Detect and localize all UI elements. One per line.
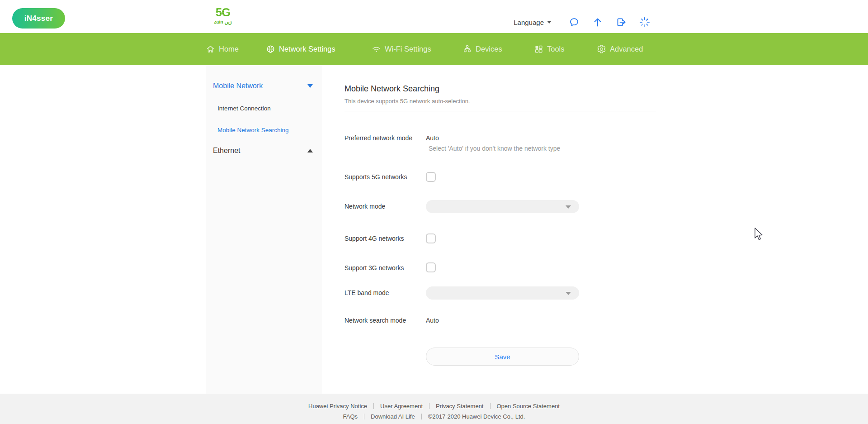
footer-link-huawei-privacy-notice[interactable]: Huawei Privacy Notice (308, 403, 367, 410)
footer-separator (429, 403, 429, 409)
wifi-icon (372, 44, 381, 54)
support-4g-checkbox[interactable] (426, 233, 436, 243)
sidebar-item-mobile-network-searching[interactable]: Mobile Network Searching (217, 127, 289, 133)
footer-link-faqs[interactable]: FAQs (343, 413, 358, 420)
footer-separator (490, 403, 491, 409)
chevron-up-icon (307, 149, 313, 152)
logout-icon[interactable] (616, 17, 627, 28)
logo-zain-text: zain زين (209, 19, 237, 24)
field-label-support-4g: Support 4G networks (344, 235, 404, 242)
support-3g-checkbox[interactable] (426, 262, 436, 272)
sidebar-section-mobile-network[interactable]: Mobile Network (213, 82, 313, 90)
device-name-badge[interactable]: iN4sser (12, 8, 65, 29)
footer-link-open-source-statement[interactable]: Open Source Statement (497, 403, 560, 410)
footer-links-row-2: FAQs Download AI Life ©2017-2020 Huawei … (0, 413, 868, 420)
chevron-down-icon (566, 205, 571, 209)
nav-item-label: Tools (547, 45, 565, 53)
language-dropdown[interactable]: Language (514, 19, 552, 26)
language-label: Language (514, 19, 544, 26)
footer-separator (421, 414, 422, 419)
field-label-network-search-mode: Network search mode (344, 317, 406, 324)
footer-separator (373, 403, 374, 409)
logo-5g-text: 5G (209, 6, 237, 18)
loading-icon[interactable] (639, 17, 650, 28)
field-label-preferred-network-mode: Preferred network mode (344, 134, 412, 142)
sidebar-item-internet-connection[interactable]: Internet Connection (217, 105, 271, 112)
home-icon (206, 44, 215, 54)
header-separator (559, 17, 559, 28)
page-subtitle: This device supports 5G network auto-sel… (344, 98, 470, 105)
nav-item-tools[interactable]: Tools (534, 33, 565, 65)
nav-item-devices[interactable]: Devices (462, 33, 502, 65)
tools-icon (534, 44, 543, 54)
nav-item-label: Network Settings (279, 45, 335, 53)
sidebar-section-label: Mobile Network (213, 82, 263, 90)
page-title: Mobile Network Searching (344, 84, 439, 94)
nav-item-network-settings[interactable]: Network Settings (266, 33, 335, 65)
footer-link-privacy-statement[interactable]: Privacy Statement (436, 403, 484, 410)
zain-5g-logo: 5G zain زين (209, 6, 237, 24)
nav-item-label: Home (219, 45, 239, 53)
save-button[interactable]: Save (426, 348, 579, 366)
nav-item-label: Wi-Fi Settings (385, 45, 431, 53)
router-admin-page: { "colors": { "nav_green": "#8dc63f", "a… (0, 0, 868, 424)
update-icon[interactable] (592, 17, 603, 28)
header: iN4sser 5G zain زين Language (0, 0, 868, 33)
settings-sidebar: Mobile Network Internet Connection Mobil… (206, 65, 322, 394)
header-icon-buttons (569, 17, 650, 28)
lte-band-mode-select[interactable] (426, 286, 579, 300)
nav-item-label: Devices (476, 45, 502, 53)
nav-item-wifi-settings[interactable]: Wi-Fi Settings (372, 33, 431, 65)
main-nav: Home Network Settings Wi-Fi Settings Dev… (0, 33, 868, 65)
footer-link-user-agreement[interactable]: User Agreement (380, 403, 423, 410)
footer: Huawei Privacy Notice User Agreement Pri… (0, 394, 868, 424)
field-value-network-search-mode: Auto (426, 317, 439, 324)
sidebar-section-ethernet[interactable]: Ethernet (213, 147, 313, 155)
nav-item-home[interactable]: Home (206, 33, 239, 65)
globe-icon (266, 44, 275, 54)
nav-item-advanced[interactable]: Advanced (597, 33, 643, 65)
footer-separator (364, 414, 364, 419)
chevron-down-icon (566, 292, 571, 295)
footer-copyright: ©2017-2020 Huawei Device Co., Ltd. (428, 413, 525, 420)
field-label-lte-band-mode: LTE band mode (344, 289, 389, 296)
message-icon[interactable] (569, 17, 580, 28)
footer-links-row-1: Huawei Privacy Notice User Agreement Pri… (0, 403, 868, 410)
field-label-support-3g: Support 3G networks (344, 264, 404, 272)
network-mode-select[interactable] (426, 200, 579, 213)
field-value-preferred-network-mode: Auto (426, 134, 439, 142)
supports-5g-checkbox[interactable] (426, 172, 436, 182)
field-label-network-mode: Network mode (344, 203, 385, 210)
sidebar-section-label: Ethernet (213, 147, 240, 155)
field-label-supports-5g: Supports 5G networks (344, 173, 407, 181)
nav-item-label: Advanced (610, 45, 643, 53)
chevron-down-icon (307, 84, 313, 88)
field-hint-preferred-network-mode: Select 'Auto' if you don't know the netw… (429, 145, 560, 152)
footer-link-download-ai-life[interactable]: Download AI Life (371, 413, 415, 420)
chevron-down-icon (547, 21, 552, 24)
divider (344, 111, 656, 111)
mouse-cursor (754, 228, 764, 243)
devices-icon (462, 44, 472, 54)
gear-icon (597, 44, 606, 54)
header-actions: Language (514, 12, 650, 33)
